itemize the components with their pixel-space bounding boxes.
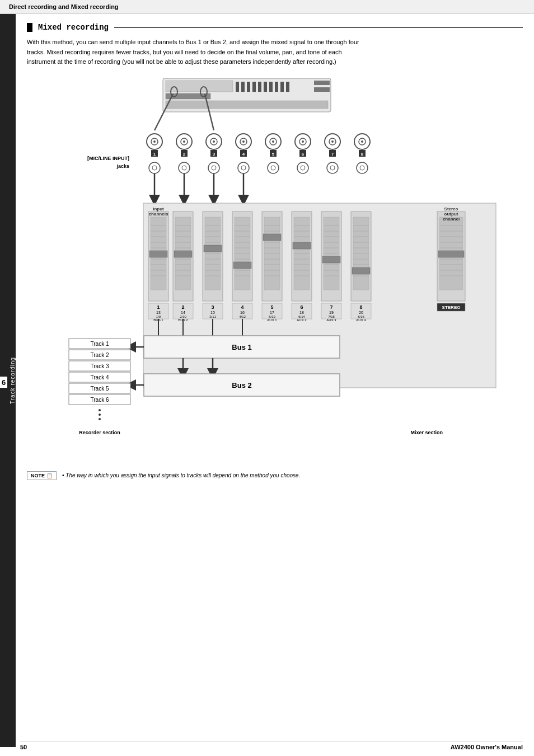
svg-text:channels: channels — [149, 212, 168, 217]
svg-rect-108 — [174, 251, 192, 257]
svg-text:AUX 2: AUX 2 — [297, 318, 307, 322]
note-label: NOTE — [31, 473, 45, 478]
page-footer: 50 AW2400 Owner's Manual — [20, 741, 523, 750]
svg-point-64 — [268, 162, 279, 173]
svg-rect-160 — [293, 242, 311, 249]
svg-text:14: 14 — [181, 311, 185, 314]
svg-text:Track 6: Track 6 — [91, 397, 109, 403]
svg-text:7: 7 — [330, 304, 332, 310]
svg-text:Recorder section: Recorder section — [79, 430, 120, 435]
svg-text:AUX 4: AUX 4 — [356, 318, 366, 322]
svg-text:AUX 3: AUX 3 — [326, 318, 336, 322]
svg-text:4/12: 4/12 — [239, 315, 246, 318]
chapter-label: Track recording — [10, 357, 16, 404]
svg-point-70 — [357, 162, 368, 173]
svg-text:8: 8 — [361, 152, 364, 157]
svg-text:Track 5: Track 5 — [91, 386, 109, 392]
svg-text:AUX 1: AUX 1 — [267, 318, 277, 322]
header-title: Direct recording and Mixed recording — [9, 3, 119, 10]
svg-text:STEREO: STEREO — [442, 305, 461, 310]
svg-text:output: output — [444, 212, 458, 217]
svg-text:1: 1 — [153, 152, 156, 157]
svg-text:5: 5 — [270, 304, 273, 310]
page-number: 50 — [20, 744, 27, 750]
svg-text:Track 2: Track 2 — [91, 352, 109, 358]
svg-rect-13 — [286, 82, 289, 92]
svg-text:2: 2 — [181, 304, 184, 310]
chapter-tab: 6 Track recording — [0, 14, 16, 747]
svg-rect-199 — [438, 251, 464, 257]
svg-text:15: 15 — [210, 311, 215, 314]
note-section: NOTE 📋 • The way in which you assign the… — [27, 471, 523, 480]
svg-text:4: 4 — [241, 304, 243, 310]
svg-point-62 — [238, 162, 249, 173]
svg-point-56 — [149, 162, 160, 173]
note-icon: 📋 — [46, 473, 53, 478]
svg-point-60 — [208, 162, 219, 173]
svg-text:6: 6 — [300, 304, 303, 310]
diagram-area: 1 2 3 4 5 6 7 8 — [34, 77, 516, 458]
svg-point-61 — [212, 166, 216, 170]
svg-text:Track 4: Track 4 — [91, 374, 109, 381]
svg-text:20: 20 — [359, 311, 363, 314]
svg-point-67 — [301, 166, 305, 170]
title-decoration — [27, 23, 32, 32]
svg-rect-134 — [233, 262, 251, 269]
svg-rect-186 — [352, 267, 370, 274]
svg-point-66 — [297, 162, 308, 173]
svg-text:16: 16 — [240, 311, 245, 314]
svg-point-39 — [361, 140, 363, 143]
svg-text:3: 3 — [211, 304, 214, 310]
svg-rect-15 — [314, 87, 330, 92]
svg-text:Bus 1: Bus 1 — [232, 343, 251, 351]
svg-text:3/11: 3/11 — [209, 315, 216, 318]
svg-rect-1 — [166, 81, 233, 92]
svg-point-36 — [331, 140, 334, 143]
svg-rect-6 — [247, 82, 250, 92]
svg-rect-4 — [236, 82, 239, 92]
title-line — [114, 27, 523, 28]
section-heading: Mixed recording — [38, 23, 109, 32]
svg-point-59 — [182, 166, 186, 170]
chapter-number: 6 — [0, 377, 7, 388]
svg-point-68 — [327, 162, 338, 173]
svg-text:Track 1: Track 1 — [91, 341, 109, 347]
svg-text:Mixer section: Mixer section — [410, 430, 443, 435]
svg-point-30 — [272, 140, 274, 143]
svg-text:channel: channel — [443, 217, 460, 222]
svg-point-65 — [271, 166, 275, 170]
svg-rect-11 — [275, 82, 278, 92]
svg-rect-8 — [258, 82, 261, 92]
svg-point-270 — [99, 414, 101, 416]
svg-rect-121 — [204, 245, 222, 252]
svg-point-24 — [213, 140, 215, 143]
note-box: NOTE 📋 — [27, 471, 57, 480]
svg-rect-7 — [252, 82, 256, 92]
svg-text:13: 13 — [156, 311, 161, 314]
manual-title: AW2400 Owner's Manual — [451, 744, 523, 750]
svg-point-21 — [183, 140, 185, 143]
svg-text:Track 3: Track 3 — [91, 363, 109, 369]
svg-text:8: 8 — [359, 304, 362, 310]
svg-rect-10 — [269, 82, 273, 92]
svg-text:6: 6 — [302, 152, 305, 157]
svg-rect-14 — [314, 81, 330, 85]
svg-point-27 — [242, 140, 245, 143]
svg-point-71 — [360, 166, 364, 170]
svg-text:jacks: jacks — [116, 163, 129, 169]
svg-text:1: 1 — [157, 304, 160, 310]
svg-point-18 — [153, 140, 156, 143]
svg-rect-9 — [264, 82, 267, 92]
svg-text:18: 18 — [299, 311, 304, 314]
note-text: • The way in which you assign the input … — [62, 471, 300, 480]
svg-text:Stereo: Stereo — [444, 206, 458, 212]
svg-rect-5 — [241, 82, 245, 92]
svg-text:5: 5 — [272, 152, 275, 157]
section-title-row: Mixed recording — [27, 23, 523, 32]
svg-text:3: 3 — [213, 152, 216, 157]
svg-text:[MIC/LINE INPUT]: [MIC/LINE INPUT] — [87, 156, 129, 161]
svg-rect-3 — [166, 101, 328, 109]
svg-point-57 — [152, 166, 157, 170]
svg-text:17: 17 — [270, 311, 274, 314]
svg-point-269 — [99, 409, 101, 411]
